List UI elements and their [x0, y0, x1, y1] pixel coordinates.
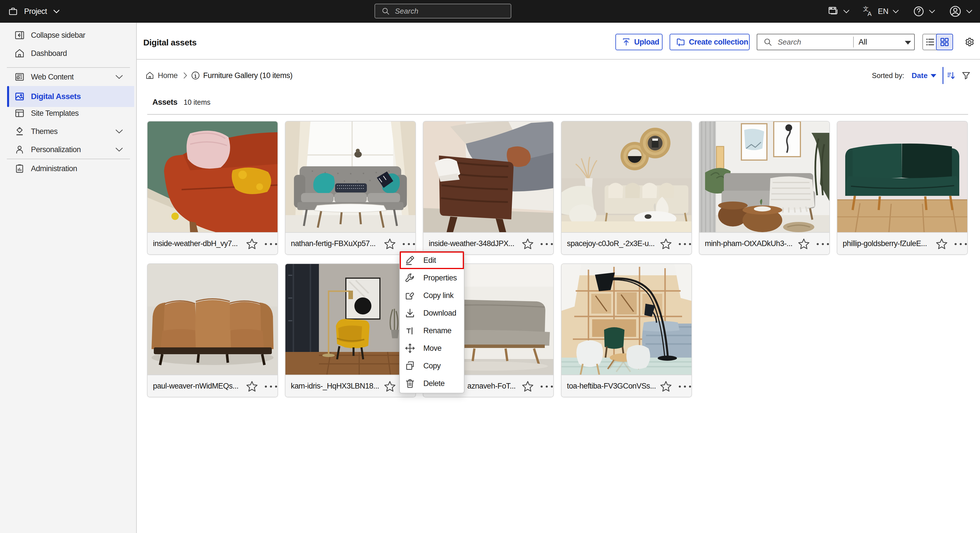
svg-text:A: A — [868, 10, 872, 18]
